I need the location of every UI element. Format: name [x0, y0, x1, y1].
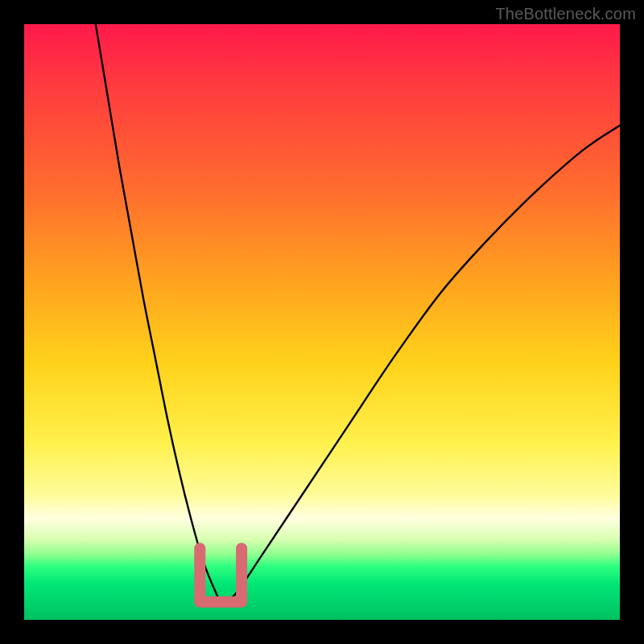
- watermark-text: TheBottleneck.com: [495, 5, 636, 23]
- chart-frame: TheBottleneck.com: [0, 0, 644, 644]
- curve-layer: [24, 24, 620, 620]
- bottleneck-curve: [96, 24, 620, 604]
- plot-area: [24, 24, 620, 620]
